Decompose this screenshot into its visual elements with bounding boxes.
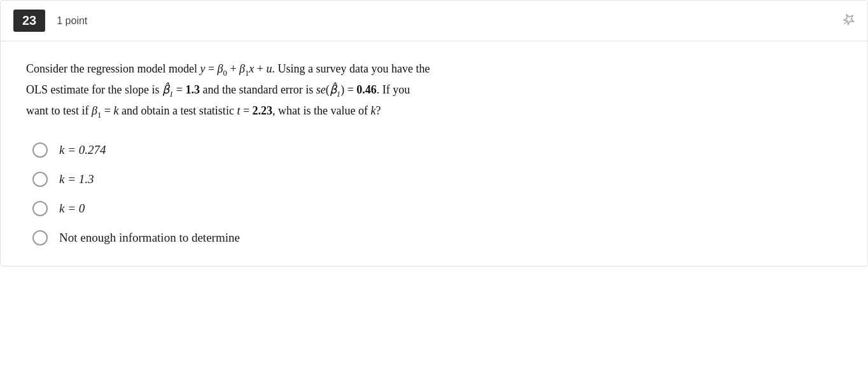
radio-option-4[interactable] bbox=[32, 230, 48, 245]
question-text: Consider the regression model model y = … bbox=[26, 59, 842, 122]
question-number: 23 bbox=[13, 10, 45, 32]
option-label-4: Not enough information to determine bbox=[59, 231, 240, 245]
option-item-2: k = 1.3 bbox=[32, 172, 842, 187]
option-label-1: k = 0.274 bbox=[59, 143, 106, 157]
radio-option-2[interactable] bbox=[32, 172, 48, 187]
option-item-1: k = 0.274 bbox=[32, 142, 842, 158]
question-card: 23 1 point Consider the regression model… bbox=[0, 0, 868, 266]
question-text-line2: OLS estimate for the slope is β̂1 = 1.3 … bbox=[26, 83, 410, 96]
question-text-line3: want to test if β1 = k and obtain a test… bbox=[26, 104, 381, 117]
question-body: Consider the regression model model y = … bbox=[1, 41, 867, 266]
question-header: 23 1 point bbox=[1, 1, 867, 41]
radio-option-3[interactable] bbox=[32, 201, 48, 216]
options-list: k = 0.274 k = 1.3 k = 0 Not enough infor… bbox=[26, 142, 842, 245]
option-item-3: k = 0 bbox=[32, 201, 842, 216]
option-label-3: k = 0 bbox=[59, 202, 85, 216]
svg-line-0 bbox=[844, 21, 848, 24]
option-item-4: Not enough information to determine bbox=[32, 230, 842, 245]
question-text-line1: Consider the regression model model y = … bbox=[26, 62, 430, 75]
radio-option-1[interactable] bbox=[32, 142, 48, 158]
pin-icon[interactable] bbox=[837, 10, 859, 32]
question-number-block: 23 1 point bbox=[13, 10, 87, 32]
question-points: 1 point bbox=[57, 15, 87, 27]
option-label-2: k = 1.3 bbox=[59, 172, 94, 186]
